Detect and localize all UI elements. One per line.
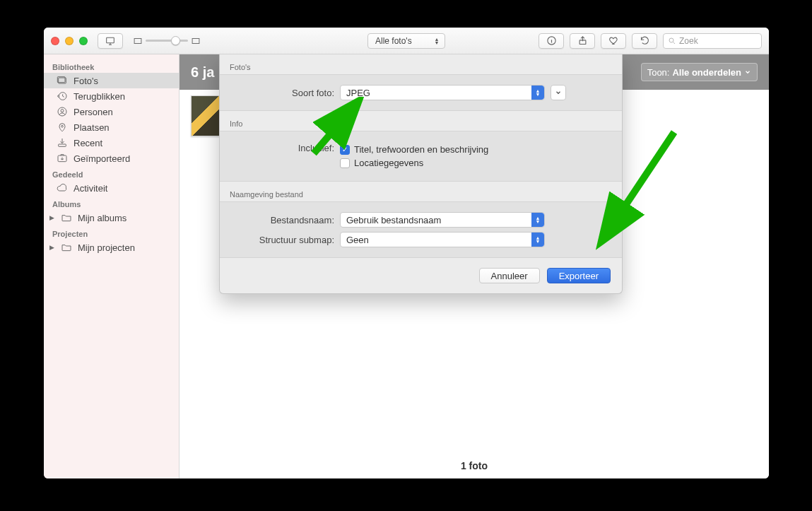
- info-button[interactable]: [539, 33, 564, 49]
- folder-icon: [61, 212, 72, 223]
- export-button[interactable]: Exporteer: [547, 268, 611, 283]
- clock-back-icon: [57, 90, 68, 102]
- kind-select[interactable]: JPEG ▲▼: [340, 85, 545, 100]
- search-input[interactable]: Zoek: [663, 33, 762, 49]
- updown-icon: ▲▼: [531, 233, 544, 247]
- favorite-button[interactable]: [601, 33, 626, 49]
- sidebar-item-label: Foto's: [73, 76, 98, 86]
- share-icon: [577, 35, 588, 46]
- sidebar-item-my-projects[interactable]: ▶ Mijn projecten: [44, 240, 179, 255]
- app-window: Alle foto's ▲▼ Zoek Bib: [44, 28, 769, 478]
- window-minimize-button[interactable]: [65, 37, 73, 45]
- view-selector[interactable]: Alle foto's ▲▼: [367, 33, 445, 49]
- slideshow-button[interactable]: [98, 33, 123, 49]
- chevron-down-icon: [744, 69, 751, 76]
- sidebar-section-library: Bibliotheek: [44, 59, 179, 73]
- search-placeholder: Zoek: [679, 36, 698, 46]
- sidebar-item-label: Geïmporteerd: [73, 153, 130, 164]
- kind-value: JPEG: [346, 88, 370, 98]
- show-value: Alle onderdelen: [672, 67, 741, 78]
- view-selector-label: Alle foto's: [375, 36, 412, 46]
- show-filter-button[interactable]: Toon: Alle onderdelen: [641, 63, 758, 81]
- rotate-button[interactable]: [632, 33, 657, 49]
- section-info: Info: [220, 111, 622, 131]
- sidebar-item-photos[interactable]: Foto's: [44, 73, 179, 88]
- info-icon: [546, 35, 557, 46]
- import-icon: [57, 153, 68, 164]
- zoom-slider[interactable]: [129, 33, 205, 49]
- sidebar-section-projects: Projecten: [44, 225, 179, 240]
- download-icon: [57, 137, 68, 148]
- sidebar-section-albums: Albums: [44, 196, 179, 210]
- sidebar-item-activity[interactable]: Activiteit: [44, 180, 179, 196]
- person-icon: [57, 106, 68, 117]
- zoom-out-icon: [133, 36, 143, 46]
- svg-rect-2: [192, 38, 199, 43]
- pin-icon: [57, 122, 68, 133]
- zoom-thumb[interactable]: [171, 36, 180, 45]
- cancel-button[interactable]: Annuleer: [479, 268, 540, 283]
- sidebar: Bibliotheek Foto's Terugblikken Personen…: [44, 54, 180, 478]
- heart-icon: [608, 35, 619, 46]
- svg-point-10: [61, 110, 64, 112]
- updown-icon: ▲▼: [531, 213, 544, 227]
- sidebar-item-my-albums[interactable]: ▶ Mijn albums: [44, 210, 179, 225]
- checkbox-label: Titel, trefwoorden en beschrijving: [354, 144, 488, 155]
- zoom-in-icon: [191, 36, 201, 46]
- share-button[interactable]: [570, 33, 595, 49]
- button-label: Annuleer: [491, 271, 528, 281]
- label-filename: Bestandsnaam:: [230, 215, 340, 225]
- sidebar-item-label: Recent: [73, 138, 102, 148]
- svg-point-5: [669, 38, 673, 42]
- disclosure-icon[interactable]: ▶: [49, 244, 55, 251]
- sidebar-item-people[interactable]: Personen: [44, 104, 179, 119]
- sidebar-item-imported[interactable]: Geïmporteerd: [44, 151, 179, 166]
- rotate-icon: [640, 35, 650, 46]
- checkbox-location[interactable]: [340, 158, 350, 168]
- photos-icon: [57, 75, 68, 86]
- photo-thumbnail[interactable]: [191, 95, 220, 136]
- sidebar-item-places[interactable]: Plaatsen: [44, 119, 179, 135]
- sidebar-item-label: Mijn albums: [78, 213, 126, 223]
- content-title: 6 ja: [191, 64, 214, 81]
- svg-rect-12: [59, 144, 66, 146]
- sidebar-item-label: Activiteit: [73, 183, 107, 194]
- sidebar-item-label: Terugblikken: [73, 91, 125, 102]
- sidebar-item-recent[interactable]: Recent: [44, 135, 179, 151]
- export-sheet: Foto's Soort foto: JPEG ▲▼ Info: [219, 54, 623, 294]
- sidebar-item-label: Personen: [73, 107, 113, 117]
- sidebar-item-memories[interactable]: Terugblikken: [44, 88, 179, 104]
- label-including: Inclusief:: [230, 141, 340, 153]
- filename-select[interactable]: Gebruik bestandsnaam ▲▼: [340, 212, 545, 228]
- titlebar: Alle foto's ▲▼ Zoek: [44, 28, 769, 54]
- folder-icon: [61, 242, 72, 253]
- filename-value: Gebruik bestandsnaam: [346, 215, 441, 225]
- subfolder-value: Geen: [346, 235, 369, 245]
- cloud-icon: [57, 182, 68, 194]
- section-naming: Naamgeving bestand: [220, 182, 622, 201]
- main-content: 6 ja Toon: Alle onderdelen 1 foto Foto's…: [180, 54, 769, 478]
- updown-icon: ▲▼: [531, 86, 544, 100]
- window-close-button[interactable]: [51, 37, 59, 45]
- window-zoom-button[interactable]: [79, 37, 88, 45]
- checkbox-label: Locatiegegevens: [354, 158, 423, 168]
- svg-rect-1: [134, 38, 141, 43]
- chevron-down-icon: [555, 89, 562, 96]
- photo-count: 1 foto: [180, 460, 769, 471]
- label-subfolder: Structuur submap:: [230, 235, 340, 245]
- section-photos: Foto's: [220, 54, 622, 74]
- sidebar-item-label: Plaatsen: [73, 122, 110, 133]
- disclosure-button[interactable]: [551, 85, 566, 100]
- updown-icon: ▲▼: [432, 34, 442, 48]
- sidebar-section-shared: Gedeeld: [44, 166, 179, 180]
- sidebar-item-label: Mijn projecten: [78, 242, 135, 253]
- traffic-lights: [51, 37, 88, 45]
- zoom-track[interactable]: [146, 40, 188, 42]
- search-icon: [668, 37, 676, 45]
- button-label: Exporteer: [559, 271, 599, 281]
- label-kind: Soort foto:: [230, 88, 340, 98]
- disclosure-icon[interactable]: ▶: [49, 214, 55, 221]
- slideshow-icon: [105, 35, 116, 47]
- subfolder-select[interactable]: Geen ▲▼: [340, 232, 545, 247]
- checkbox-title-keywords[interactable]: ✓: [340, 145, 350, 155]
